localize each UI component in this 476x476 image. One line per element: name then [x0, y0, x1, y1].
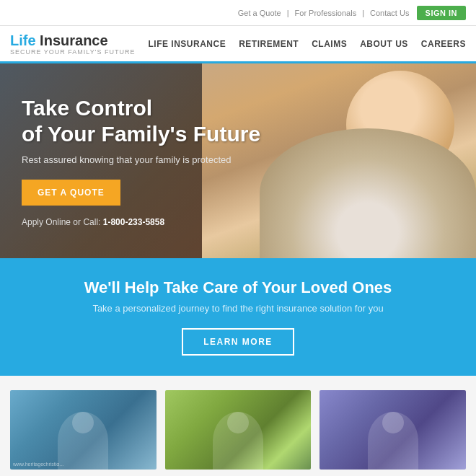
sep1: | — [287, 9, 289, 17]
hero-apply: Apply Online or Call: 1-800-233-5858 — [22, 217, 274, 227]
hero-title-line1: Take Control — [22, 96, 152, 120]
card-3 — [319, 390, 466, 470]
learn-more-button[interactable]: LEARN MORE — [182, 328, 294, 356]
card-2 — [165, 390, 312, 470]
card-1-watermark: www.heritagechristiα... — [13, 462, 63, 467]
nav-retirement[interactable]: RETIREMENT — [239, 39, 299, 49]
sep2: | — [362, 9, 364, 17]
nav-about-us[interactable]: ABOUT US — [360, 39, 408, 49]
get-a-quote-link[interactable]: Get a Quote — [238, 9, 281, 17]
logo-insurance: Insurance — [36, 32, 108, 48]
nav-careers[interactable]: CAREERS — [421, 39, 466, 49]
logo-life: Life — [10, 32, 36, 48]
blue-section: We'll Help Take Care of Your Loved Ones … — [0, 258, 476, 376]
nav-claims[interactable]: CLAIMS — [312, 39, 347, 49]
header: Life Insurance SECURE YOUR FAMILY'S FUTU… — [0, 26, 476, 63]
top-bar: Get a Quote | For Professionals | Contac… — [0, 0, 476, 26]
cards-section: www.heritagechristiα... — [0, 376, 476, 476]
main-nav: LIFE INSURANCE RETIREMENT CLAIMS ABOUT U… — [148, 39, 466, 49]
hero-title: Take Control of Your Family's Future — [22, 95, 274, 147]
apply-text: Apply Online or Call: — [22, 217, 103, 227]
blue-section-title: We'll Help Take Care of Your Loved Ones — [14, 278, 462, 297]
logo-sub: SECURE YOUR FAMILY'S FUTURE — [10, 48, 135, 56]
logo-text: Life Insurance — [10, 32, 135, 48]
for-professionals-link[interactable]: For Professionals — [295, 9, 357, 17]
phone-number: 1-800-233-5858 — [103, 217, 164, 227]
logo: Life Insurance SECURE YOUR FAMILY'S FUTU… — [10, 32, 135, 56]
hero-section: Take Control of Your Family's Future Res… — [0, 63, 476, 258]
nav-life-insurance[interactable]: LIFE INSURANCE — [148, 39, 226, 49]
signin-button[interactable]: SIGN IN — [417, 6, 466, 20]
hero-title-line2: of Your Family's Future — [22, 122, 260, 146]
contact-us-link[interactable]: Contact Us — [370, 9, 409, 17]
hero-subtitle: Rest assured knowing that your family is… — [22, 154, 274, 165]
blue-section-subtitle: Take a personalized journey to find the … — [14, 303, 462, 314]
top-bar-links: Get a Quote | For Professionals | Contac… — [235, 6, 466, 20]
card-1: www.heritagechristiα... — [10, 390, 157, 470]
hero-content: Take Control of Your Family's Future Res… — [22, 95, 274, 227]
get-a-quote-button[interactable]: GET A QUOTE — [22, 180, 120, 206]
